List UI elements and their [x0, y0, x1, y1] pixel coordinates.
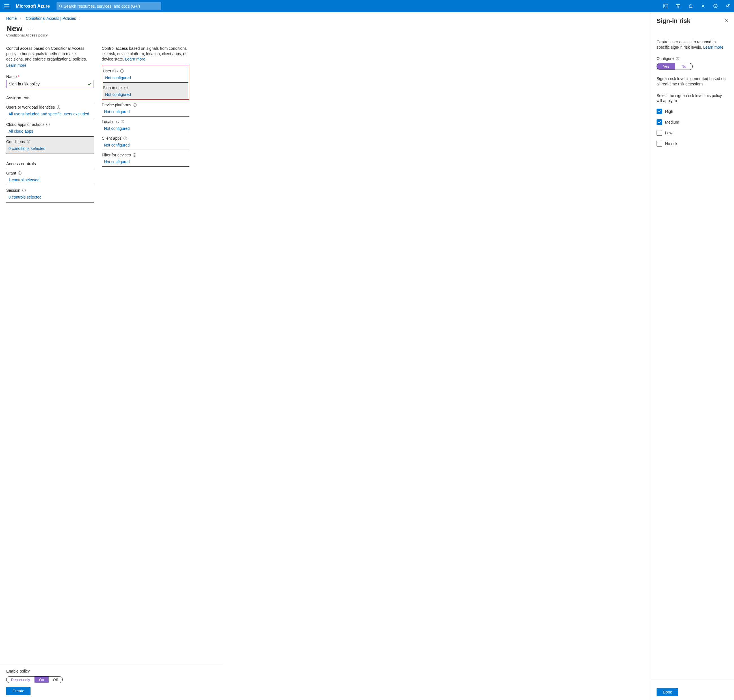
name-input-wrap [6, 80, 94, 88]
breadcrumb: Home 〉 Conditional Access | Policies 〉 [0, 12, 734, 23]
configure-toggle[interactable]: Yes No [656, 63, 693, 70]
segment-title: Conditions [6, 140, 25, 144]
info-icon[interactable] [57, 105, 60, 109]
risk-level-low[interactable]: Low [656, 130, 728, 136]
info-icon[interactable] [26, 140, 31, 144]
required-indicator: * [17, 74, 19, 79]
valid-check-icon [88, 82, 92, 87]
left-blurb: Control access based on Conditional Acce… [6, 46, 94, 62]
policy-name-input[interactable] [6, 80, 94, 88]
brand[interactable]: Microsoft Azure [13, 4, 57, 9]
checkbox[interactable] [656, 141, 662, 147]
breadcrumb-home[interactable]: Home [6, 16, 17, 21]
checkbox[interactable] [656, 130, 662, 136]
risk-level-label: No risk [665, 141, 677, 146]
configure-yes[interactable]: Yes [657, 63, 675, 69]
more-icon[interactable]: ··· [23, 26, 33, 32]
segment-title: Users or workload identities [6, 105, 55, 109]
learn-more-link[interactable]: Learn more [125, 57, 145, 61]
condition-cond-2[interactable]: Device platforms Not configured [102, 100, 189, 116]
condition-title: Locations [102, 119, 119, 124]
condition-title: Filter for devices [102, 153, 131, 157]
feedback-icon[interactable] [722, 0, 734, 12]
info-icon[interactable] [120, 69, 124, 73]
right-column: Control access based on signals from con… [102, 46, 189, 203]
segment-value[interactable]: 0 controls selected [6, 193, 94, 200]
page-header: New ··· Conditional Access policy [0, 23, 734, 46]
svg-point-31 [126, 87, 126, 87]
condition-value[interactable]: Not configured [102, 157, 189, 166]
svg-point-7 [702, 5, 704, 7]
risk-level-no risk[interactable]: No risk [656, 141, 728, 147]
segment-assign-0[interactable]: Users or workload identities All users i… [6, 102, 94, 119]
svg-point-43 [134, 154, 135, 154]
segment-title: Cloud apps or actions [6, 122, 44, 127]
configure-no[interactable]: No [675, 63, 693, 69]
learn-more-link[interactable]: Learn more [6, 63, 26, 68]
segment-value[interactable]: 1 control selected [6, 175, 94, 183]
search-icon [59, 4, 62, 8]
segment-value[interactable]: All users included and specific users ex… [6, 109, 94, 118]
main: Control access based on Conditional Acce… [0, 46, 734, 203]
svg-point-10 [726, 5, 728, 6]
risk-level-high[interactable]: High [656, 109, 728, 114]
info-icon[interactable] [22, 188, 26, 192]
info-icon[interactable] [132, 153, 137, 157]
directory-filter-icon[interactable] [672, 0, 684, 12]
risk-level-label: Low [665, 131, 672, 135]
condition-value[interactable]: Not configured [103, 90, 188, 99]
panel-description: Control user access to respond to specif… [656, 39, 728, 50]
help-icon[interactable] [709, 0, 722, 12]
segment-title: Session [6, 188, 21, 193]
svg-point-9 [715, 7, 716, 7]
svg-point-37 [122, 121, 123, 121]
info-icon[interactable] [124, 86, 128, 90]
condition-value[interactable]: Not configured [102, 124, 189, 133]
condition-title: Client apps [102, 136, 122, 141]
condition-cond-3[interactable]: Locations Not configured [102, 116, 189, 133]
search-box[interactable] [57, 2, 161, 10]
section-access-controls: Access controls [6, 161, 94, 168]
condition-value[interactable]: Not configured [103, 73, 188, 82]
segment-value[interactable]: All cloud apps [6, 127, 94, 135]
cloud-shell-icon[interactable] [659, 0, 672, 12]
condition-sign-in-risk[interactable]: Sign-in risk Not configured [103, 82, 188, 99]
condition-value[interactable]: Not configured [102, 141, 189, 150]
condition-cond-5[interactable]: Filter for devices Not configured [102, 150, 189, 166]
segment-assign-2[interactable]: Conditions 0 conditions selected [6, 137, 94, 154]
condition-user-risk[interactable]: User risk Not configured [103, 66, 188, 82]
condition-value[interactable]: Not configured [102, 107, 189, 116]
checkbox[interactable] [656, 109, 662, 114]
info-icon[interactable] [18, 171, 22, 175]
segment-assign-1[interactable]: Cloud apps or actions All cloud apps [6, 119, 94, 137]
svg-line-4 [61, 7, 62, 7]
segment-value[interactable]: 0 conditions selected [6, 144, 94, 152]
info-icon[interactable] [46, 122, 50, 126]
risk-level-medium[interactable]: Medium [656, 119, 728, 125]
risk-level-label: High [665, 109, 673, 114]
info-icon[interactable] [120, 120, 124, 124]
svg-rect-5 [664, 4, 668, 8]
condition-cond-4[interactable]: Client apps Not configured [102, 133, 189, 150]
settings-gear-icon[interactable] [697, 0, 709, 12]
search-input[interactable] [64, 4, 159, 9]
chevron-right-icon: 〉 [77, 17, 84, 21]
segment-access-0[interactable]: Grant 1 control selected [6, 168, 94, 185]
notifications-icon[interactable] [684, 0, 697, 12]
info-icon[interactable] [123, 136, 127, 140]
close-icon[interactable] [724, 17, 728, 23]
left-column: Control access based on Conditional Acce… [6, 46, 94, 203]
page-subtitle: Conditional Access policy [6, 33, 728, 45]
learn-more-link[interactable]: Learn more [703, 45, 724, 50]
checkbox[interactable] [656, 119, 662, 125]
menu-hamburger-icon[interactable] [0, 4, 13, 8]
top-icons [659, 0, 734, 12]
breadcrumb-conditional-access[interactable]: Conditional Access | Policies [26, 16, 76, 21]
info-icon[interactable] [133, 103, 137, 107]
segment-access-1[interactable]: Session 0 controls selected [6, 185, 94, 203]
svg-point-16 [48, 123, 48, 124]
configure-label: Configure [656, 56, 728, 61]
panel-title: Sign-in risk [656, 17, 690, 25]
info-icon[interactable] [675, 57, 680, 60]
condition-title: User risk [103, 69, 119, 73]
